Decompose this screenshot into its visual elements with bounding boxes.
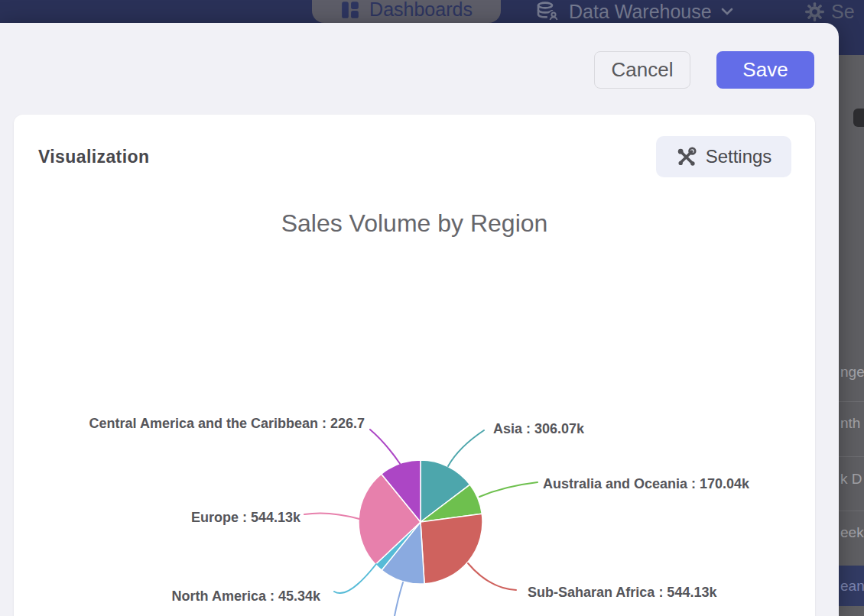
visualization-card: Visualization Settings Sales Volume by R… (14, 115, 815, 616)
save-button[interactable]: Save (716, 51, 814, 89)
pie-label: Central America and the Caribbean : 226.… (89, 416, 365, 432)
background-row-separator (839, 511, 864, 511)
database-user-icon (535, 0, 560, 23)
background-row-separator (839, 401, 864, 402)
pie-leader-line (395, 582, 403, 616)
nav-item-settings[interactable]: Se (804, 0, 855, 23)
pie-leader-line (370, 430, 401, 465)
pie-label: Australia and Oceania : 170.04k (543, 476, 749, 492)
cancel-button[interactable]: Cancel (594, 51, 690, 89)
pie-leader-line (479, 482, 538, 497)
pie-chart: Asia : 306.07kAustralia and Oceania : 17… (14, 115, 815, 616)
background-row-partial-text: eek (840, 524, 864, 541)
pie-label: Sub-Saharan Africa : 544.13k (528, 585, 716, 601)
gear-icon (804, 2, 825, 22)
background-row-partial-text: nth (840, 415, 860, 432)
nav-item-dashboards[interactable]: Dashboards (312, 0, 501, 23)
pie-leader-line (468, 563, 516, 590)
background-row-separator (839, 456, 864, 457)
background-row-partial-text: nge (840, 364, 864, 381)
nav-item-data-warehouse[interactable]: Data Warehouse (535, 0, 733, 23)
nav-settings-partial-label: Se (831, 1, 855, 23)
visualization-modal: Cancel Save Visualization Settings Sales… (0, 23, 839, 616)
pie-leader-line (448, 430, 484, 466)
background-dropdown-row-selected: ean (839, 566, 864, 606)
pie-slice-sub-saharan-africa[interactable] (421, 514, 482, 584)
pie-label: Europe : 544.13k (191, 510, 300, 526)
background-row-partial-text: k D (840, 471, 862, 488)
dashboard-icon (340, 0, 360, 20)
background-row-partial-text: ean (840, 578, 864, 595)
pie-leader-line (304, 513, 359, 519)
nav-data-warehouse-label: Data Warehouse (569, 1, 712, 23)
background-dark-chip (853, 109, 864, 127)
pie-label: North America : 45.34k (172, 588, 320, 605)
chevron-down-icon (721, 8, 733, 15)
pie-leader-line (334, 564, 376, 593)
pie-label: Asia : 306.07k (493, 421, 584, 437)
nav-dashboards-label: Dashboards (369, 0, 473, 20)
